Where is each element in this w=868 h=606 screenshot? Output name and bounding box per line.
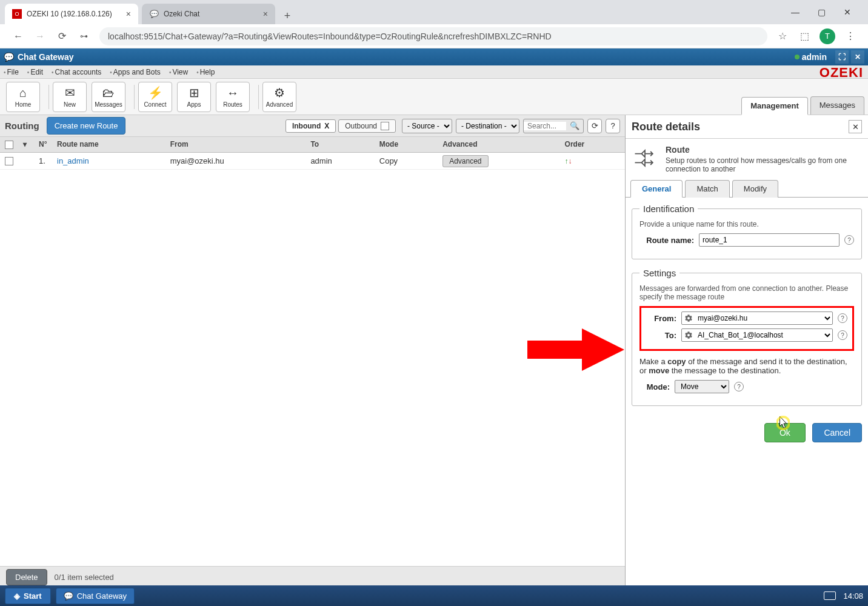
toolbar-apps[interactable]: ⊞Apps (177, 82, 211, 112)
create-route-button[interactable]: Create new Route (47, 117, 126, 135)
browser-menu-icon[interactable]: ⋮ (844, 30, 857, 43)
app-close-icon[interactable]: ✕ (851, 50, 864, 64)
browser-tab-strip: O OZEKI 10 (192.168.0.126) × 💬 Ozeki Cha… (0, 0, 868, 24)
subtab-management[interactable]: Management (741, 97, 807, 115)
expand-column[interactable]: ▾ (18, 137, 34, 152)
tab-modify[interactable]: Modify (732, 180, 778, 198)
tab-close-icon[interactable]: × (263, 9, 268, 19)
minimize-icon[interactable]: — (786, 5, 804, 19)
tab-match[interactable]: Match (685, 180, 729, 198)
route-name-label: Route name: (639, 236, 694, 245)
help-icon[interactable]: ? (838, 313, 847, 323)
route-details-pane: Route details ✕ Route Setup routes to co… (626, 115, 868, 588)
select-all-checkbox[interactable] (5, 141, 13, 149)
source-filter[interactable]: - Source - (402, 119, 452, 133)
app-fullscreen-icon[interactable]: ⛶ (835, 50, 849, 64)
subtab-messages[interactable]: Messages (810, 96, 864, 115)
keyboard-icon[interactable] (824, 591, 836, 600)
settings-fieldset: Settings Messages are forwarded from one… (632, 268, 862, 406)
destination-filter[interactable]: - Destination - (456, 119, 519, 133)
advanced-icon: ⚙ (274, 85, 285, 100)
toolbar-advanced[interactable]: ⚙Advanced (262, 82, 296, 112)
toolbar-home[interactable]: ⌂Home (6, 82, 40, 112)
mode-label: Mode: (639, 382, 670, 391)
menu-edit[interactable]: Edit (27, 68, 43, 76)
tab-title: OZEKI 10 (192.168.0.126) (27, 10, 112, 18)
from-label: From: (646, 314, 676, 323)
menu-file[interactable]: File (4, 68, 19, 76)
routes-pane: Routing Create new Route InboundX Outbou… (0, 115, 626, 588)
new-tab-button[interactable]: + (279, 7, 296, 24)
reload-button[interactable]: ⟳ (53, 28, 70, 45)
routes-table: ▾ N° Route name From To Mode Advanced Or… (0, 137, 625, 566)
help-icon[interactable]: ? (844, 235, 854, 245)
menu-view[interactable]: View (169, 68, 188, 76)
highlight-annotation: From: myai@ozeki.hu ? To: AI_Chat_Bot_1@… (639, 306, 854, 351)
tab-general[interactable]: General (630, 180, 683, 198)
routes-footer: Delete 0/1 item selected (0, 566, 625, 588)
ok-button[interactable]: Ok (764, 423, 806, 442)
bookmark-icon[interactable]: ☆ (776, 30, 789, 43)
route-description: Setup routes to control how messages/cal… (666, 156, 847, 173)
start-button[interactable]: ◈ Start (5, 588, 51, 604)
settings-hint: Messages are forwarded from one connecti… (639, 284, 854, 301)
order-arrows[interactable]: ↑↓ (565, 157, 572, 165)
help-button[interactable]: ? (606, 119, 620, 133)
extensions-icon[interactable]: ⬚ (798, 30, 811, 43)
identification-legend: Identification (639, 204, 698, 214)
help-icon[interactable]: ? (734, 382, 744, 391)
identification-fieldset: Identification Provide a unique name for… (632, 204, 862, 259)
profile-avatar[interactable]: T (820, 28, 835, 44)
routing-title: Routing (5, 121, 39, 131)
admin-label[interactable]: admin (802, 52, 827, 62)
toolbar-messages[interactable]: 🗁Messages (92, 82, 125, 112)
from-select[interactable]: myai@ozeki.hu (681, 311, 833, 325)
col-name: Route name (52, 137, 165, 152)
browser-tab-inactive[interactable]: 💬 Ozeki Chat × (142, 4, 275, 24)
tab-close-icon[interactable]: × (126, 9, 131, 19)
cancel-button[interactable]: Cancel (812, 423, 862, 442)
menu-apps-bots[interactable]: Apps and Bots (110, 68, 161, 76)
menu-chat-accounts[interactable]: Chat accounts (52, 68, 101, 76)
outbound-checkbox[interactable] (381, 122, 389, 130)
search-icon[interactable]: 🔍 (566, 121, 583, 130)
site-info-icon[interactable]: ⊶ (75, 28, 92, 45)
refresh-button[interactable]: ⟳ (587, 119, 602, 133)
to-label: To: (646, 331, 676, 340)
table-row[interactable]: 1. in_admin myai@ozeki.hu admin Copy Adv… (0, 152, 625, 170)
col-from: From (165, 137, 306, 152)
inbound-clear-icon[interactable]: X (324, 122, 329, 130)
help-icon[interactable]: ? (838, 330, 847, 340)
filter-outbound[interactable]: Outbound (338, 119, 396, 133)
menu-help[interactable]: Help (196, 68, 215, 76)
identification-hint: Provide a unique name for this route. (639, 220, 854, 228)
col-to: To (305, 137, 374, 152)
taskbar-item-chat-gateway[interactable]: 💬 Chat Gateway (56, 588, 135, 604)
search-box: 🔍 (523, 119, 584, 133)
row-checkbox[interactable] (5, 157, 13, 165)
app-title: Chat Gateway (18, 52, 74, 62)
tab-title: Ozeki Chat (164, 10, 199, 18)
forward-button[interactable]: → (32, 28, 48, 45)
mode-select[interactable]: Move (675, 380, 729, 393)
toolbar-new[interactable]: ✉New (53, 82, 87, 112)
window-close-icon[interactable]: ✕ (839, 5, 856, 19)
route-name-input[interactable] (699, 233, 840, 247)
toolbar-connect[interactable]: ⚡Connect (138, 82, 172, 112)
browser-tab-active[interactable]: O OZEKI 10 (192.168.0.126) × (5, 4, 138, 24)
to-select[interactable]: AI_Chat_Bot_1@localhost (681, 328, 833, 342)
details-close-button[interactable]: ✕ (849, 120, 862, 133)
chat-favicon-icon: 💬 (149, 9, 159, 19)
toolbar-routes[interactable]: ↔Routes (216, 82, 250, 112)
maximize-icon[interactable]: ▢ (813, 5, 830, 19)
route-name-link[interactable]: in_admin (57, 156, 89, 165)
advanced-pill[interactable]: Advanced (442, 155, 488, 167)
route-icon (632, 145, 658, 171)
app-titlebar: 💬 Chat Gateway admin ⛶ ✕ (0, 48, 868, 65)
details-title: Route details (632, 121, 849, 133)
back-button[interactable]: ← (10, 28, 27, 45)
url-input[interactable]: localhost:9515/Chat+Gateway/?a=Routing&V… (99, 27, 767, 45)
search-input[interactable] (524, 122, 566, 130)
filter-inbound[interactable]: InboundX (285, 119, 336, 133)
delete-button[interactable]: Delete (6, 569, 47, 585)
